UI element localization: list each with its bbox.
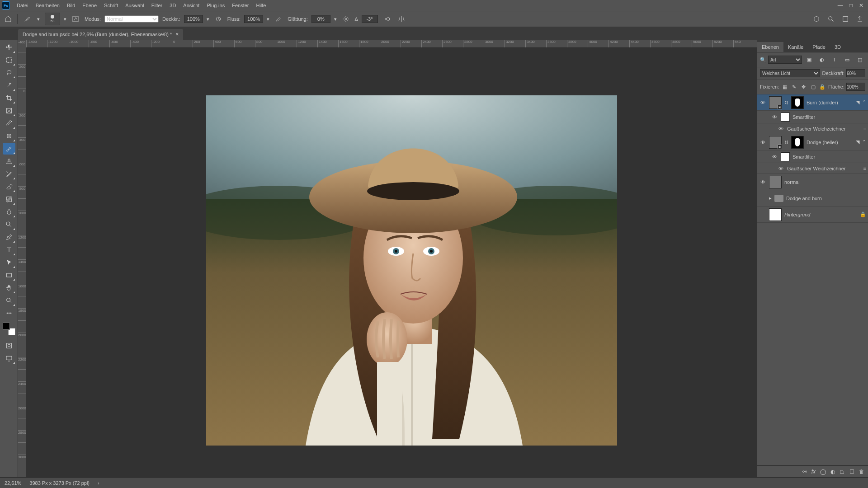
layer-name[interactable]: Smartfilter: [793, 154, 866, 160]
zoom-tool[interactable]: [3, 295, 15, 306]
link-icon[interactable]: ⛓: [784, 140, 788, 145]
visibility-toggle[interactable]: 👁: [759, 179, 766, 185]
history-brush-tool[interactable]: [3, 168, 15, 180]
brush-preview[interactable]: 53: [45, 13, 60, 25]
filter-type-icon[interactable]: T: [829, 54, 840, 65]
share-icon[interactable]: [854, 14, 865, 24]
pen-tool[interactable]: [3, 231, 15, 243]
home-icon[interactable]: [3, 14, 14, 24]
angle-input[interactable]: [362, 15, 378, 23]
layer-row[interactable]: 👁Gaußscher Weichzeichner≡: [757, 123, 868, 134]
menu-fenster[interactable]: Fenster: [229, 1, 252, 9]
layer-name[interactable]: Gaußscher Weichzeichner: [787, 126, 861, 131]
healing-brush-tool[interactable]: [3, 130, 15, 142]
layer-row[interactable]: 👁▣⛓Burn (dunkler)◥⌃: [757, 94, 868, 111]
search-icon[interactable]: [826, 14, 836, 24]
hand-tool[interactable]: [3, 282, 15, 294]
adjustment-layer-icon[interactable]: ◐: [830, 469, 835, 475]
delete-layer-icon[interactable]: 🗑: [859, 469, 864, 475]
eyedropper-tool[interactable]: [3, 117, 15, 129]
gradient-tool[interactable]: [3, 193, 15, 205]
filter-smart-icon[interactable]: ◫: [854, 54, 865, 65]
rectangle-tool[interactable]: [3, 269, 15, 281]
screenmode-button[interactable]: [3, 352, 15, 364]
cloud-docs-icon[interactable]: [811, 14, 822, 24]
pressure-opacity-icon[interactable]: [213, 14, 224, 24]
layer-mask-thumb[interactable]: [791, 136, 804, 149]
layer-row[interactable]: 👁Gaußscher Weichzeichner≡: [757, 163, 868, 174]
filter-mask-thumb[interactable]: [781, 113, 790, 122]
layer-row[interactable]: Hintergrund🔒: [757, 206, 868, 223]
menu-ebene[interactable]: Ebene: [79, 1, 100, 9]
flow-input[interactable]: [244, 15, 263, 23]
lock-artboard-icon[interactable]: ▢: [809, 81, 817, 92]
chevron-right-icon[interactable]: ▸: [769, 195, 772, 201]
lasso-tool[interactable]: [3, 67, 15, 79]
crop-tool[interactable]: [3, 92, 15, 104]
menu-schrift[interactable]: Schrift: [101, 1, 121, 9]
chevron-up-icon[interactable]: ⌃: [862, 99, 866, 105]
clone-stamp-tool[interactable]: [3, 155, 15, 167]
menu-bild[interactable]: Bild: [64, 1, 78, 9]
smoothing-options-icon[interactable]: [340, 14, 351, 24]
fx-icon[interactable]: fx: [811, 469, 816, 475]
type-tool[interactable]: [3, 244, 15, 256]
layer-thumb[interactable]: ▣: [769, 136, 782, 149]
layer-filter-select[interactable]: Art: [768, 56, 802, 64]
layer-thumb[interactable]: [769, 208, 782, 221]
close-tab-icon[interactable]: ×: [175, 31, 179, 38]
layer-mask-thumb[interactable]: [791, 96, 804, 109]
document-tab[interactable]: Dodge and burn.psdc bei 22,6% (Burn (dun…: [18, 29, 183, 40]
quickmask-button[interactable]: [3, 340, 15, 352]
new-group-icon[interactable]: 🗀: [840, 469, 845, 475]
filter-options-icon[interactable]: ≡: [863, 166, 866, 171]
edit-toolbar-button[interactable]: [3, 307, 15, 319]
layer-name[interactable]: Dodge (heller): [807, 140, 853, 145]
symmetry-icon[interactable]: [396, 14, 407, 24]
blend-mode-select[interactable]: Normal: [104, 15, 159, 23]
magic-wand-tool[interactable]: [3, 80, 15, 91]
arrange-docs-icon[interactable]: [840, 14, 851, 24]
panel-tab-ebenen[interactable]: Ebenen: [757, 42, 783, 52]
move-tool[interactable]: [3, 42, 15, 53]
layer-name[interactable]: Burn (dunkler): [807, 100, 853, 105]
visibility-toggle[interactable]: 👁: [777, 166, 784, 171]
lock-transparency-icon[interactable]: ▦: [781, 81, 788, 92]
layer-row[interactable]: 👁normal: [757, 174, 868, 190]
layer-row[interactable]: 👁Smartfilter: [757, 111, 868, 123]
chevron-down-icon[interactable]: ▾: [267, 16, 269, 22]
chevron-down-icon[interactable]: ▾: [207, 16, 209, 22]
layer-name[interactable]: Smartfilter: [793, 114, 866, 120]
filter-options-icon[interactable]: ≡: [863, 126, 866, 131]
panel-tab-pfade[interactable]: Pfade: [808, 42, 830, 52]
chevron-down-icon[interactable]: ▾: [36, 14, 41, 24]
search-icon[interactable]: 🔍: [760, 57, 766, 63]
blur-tool[interactable]: [3, 206, 15, 218]
layer-row[interactable]: ▸Dodge and burn: [757, 190, 868, 206]
airbrush-icon[interactable]: [273, 14, 284, 24]
canvas[interactable]: [26, 48, 757, 477]
add-mask-icon[interactable]: ◯: [820, 469, 826, 475]
lock-icon[interactable]: 🔒: [860, 211, 866, 217]
fill-input[interactable]: [846, 83, 865, 91]
eraser-tool[interactable]: [3, 181, 15, 192]
layer-thumb[interactable]: [769, 176, 782, 188]
menu-plug-ins[interactable]: Plug-ins: [203, 1, 228, 9]
lock-position-icon[interactable]: ✥: [800, 81, 807, 92]
filter-mask-thumb[interactable]: [781, 152, 790, 161]
layer-row[interactable]: 👁Smartfilter: [757, 150, 868, 163]
lock-pixels-icon[interactable]: ✎: [790, 81, 798, 92]
chevron-up-icon[interactable]: ⌃: [862, 139, 866, 145]
layer-thumb[interactable]: ▣: [769, 96, 782, 109]
tool-preset-button[interactable]: [21, 14, 32, 24]
pressure-size-icon[interactable]: [382, 14, 392, 24]
menu-filter[interactable]: Filter: [148, 1, 165, 9]
minimize-button[interactable]: —: [838, 2, 843, 9]
smoothing-input[interactable]: [311, 15, 330, 23]
new-layer-icon[interactable]: ☐: [849, 469, 854, 475]
layer-name[interactable]: normal: [784, 179, 866, 185]
filter-shape-icon[interactable]: ▭: [842, 54, 853, 65]
path-select-tool[interactable]: [3, 257, 15, 268]
panel-tab-kanäle[interactable]: Kanäle: [783, 42, 808, 52]
filter-adjust-icon[interactable]: ◐: [816, 54, 827, 65]
